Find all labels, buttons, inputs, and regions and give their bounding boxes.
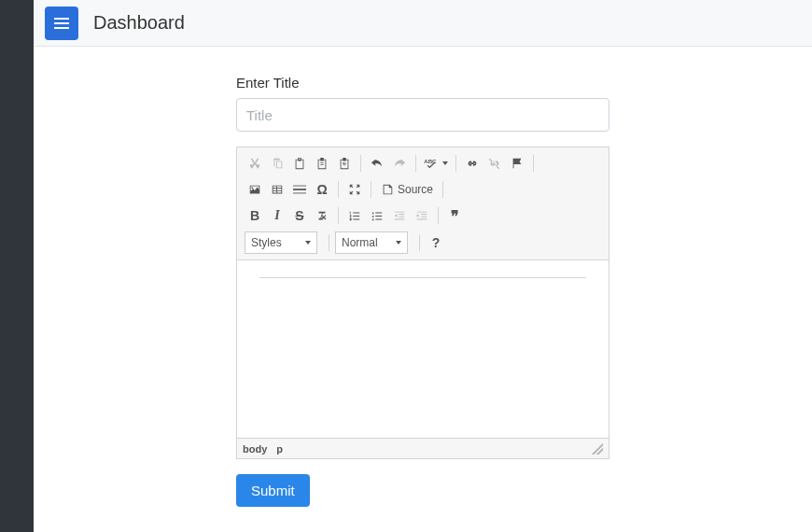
spellcheck-button[interactable]: ABC <box>422 153 450 174</box>
undo-button[interactable] <box>367 153 387 174</box>
quote-icon: ❞ <box>451 207 459 225</box>
toolbar-separator <box>338 181 339 198</box>
styles-dropdown[interactable]: Styles <box>245 231 317 254</box>
copy-button[interactable] <box>267 153 287 174</box>
toolbar-separator <box>415 155 416 172</box>
styles-label: Styles <box>251 236 282 249</box>
bullet-list-button[interactable] <box>367 205 387 226</box>
unlink-button[interactable] <box>484 153 505 174</box>
table-button[interactable] <box>267 179 287 200</box>
title-input[interactable] <box>236 98 609 132</box>
image-button[interactable] <box>245 179 265 200</box>
remove-format-icon <box>315 209 329 222</box>
title-label: Enter Title <box>236 75 609 91</box>
resize-grip[interactable] <box>592 443 603 455</box>
clipboard-icon <box>293 157 306 170</box>
page-title: Dashboard <box>93 12 185 34</box>
flag-icon <box>511 157 524 170</box>
chevron-down-icon <box>442 161 448 165</box>
path-p[interactable]: p <box>276 443 283 455</box>
chevron-down-icon <box>396 241 401 245</box>
image-icon <box>248 183 261 196</box>
editor-toolbar: ABC <box>237 147 609 260</box>
outdent-button[interactable] <box>389 205 410 226</box>
indent-button[interactable] <box>412 205 432 226</box>
bold-icon: B <box>250 208 259 223</box>
toolbar-separator <box>533 155 534 172</box>
question-icon: ? <box>432 235 441 250</box>
path-body[interactable]: body <box>243 443 267 455</box>
copy-icon <box>271 157 284 170</box>
source-label: Source <box>398 183 433 196</box>
toolbar-separator <box>419 234 420 251</box>
svg-text:ABC: ABC <box>424 158 437 164</box>
hamburger-icon <box>54 16 69 31</box>
anchor-button[interactable] <box>507 153 527 174</box>
bold-button[interactable]: B <box>245 205 265 226</box>
strike-icon: S <box>295 208 303 223</box>
numbered-list-button[interactable] <box>344 205 365 226</box>
toolbar-separator <box>360 155 361 172</box>
clipboard-word-icon <box>338 157 351 170</box>
redo-button[interactable] <box>389 153 410 174</box>
svg-rect-0 <box>54 18 69 20</box>
italic-button[interactable]: I <box>267 205 287 226</box>
about-button[interactable]: ? <box>426 232 446 253</box>
spellcheck-icon: ABC <box>424 157 441 170</box>
special-char-button[interactable]: Ω <box>312 179 332 200</box>
toolbar-separator <box>438 207 439 224</box>
strike-button[interactable]: S <box>289 205 310 226</box>
unlink-icon <box>488 157 501 170</box>
svg-rect-6 <box>293 193 306 194</box>
table-icon <box>271 183 284 196</box>
outdent-icon <box>393 209 406 222</box>
hr-button[interactable] <box>289 179 310 200</box>
menu-toggle-button[interactable] <box>45 7 78 40</box>
source-icon <box>381 183 394 196</box>
submit-button[interactable]: Submit <box>236 474 310 507</box>
editor-body[interactable] <box>237 260 609 438</box>
remove-format-button[interactable] <box>312 205 332 226</box>
scissors-icon <box>248 157 261 170</box>
clipboard-text-icon <box>315 157 329 170</box>
horizontal-rule-icon <box>293 183 306 196</box>
maximize-icon <box>348 183 361 196</box>
indent-icon <box>415 209 428 222</box>
redo-icon <box>393 157 406 170</box>
content-hr <box>259 277 586 278</box>
side-rail <box>0 0 34 532</box>
svg-rect-1 <box>54 22 69 24</box>
omega-icon: Ω <box>316 182 327 197</box>
format-label: Normal <box>342 236 378 249</box>
editor-path[interactable]: body p <box>243 443 283 455</box>
chevron-down-icon <box>305 241 311 245</box>
link-button[interactable] <box>462 153 483 174</box>
paste-button[interactable] <box>289 153 310 174</box>
svg-rect-2 <box>54 27 69 29</box>
toolbar-separator <box>329 234 329 251</box>
toolbar-separator <box>455 155 456 172</box>
bullet-list-icon <box>371 209 384 222</box>
toolbar-separator <box>338 207 339 224</box>
source-button[interactable]: Source <box>377 179 437 200</box>
toolbar-separator <box>371 181 371 198</box>
paste-text-button[interactable] <box>312 153 332 174</box>
numbered-list-icon <box>348 209 361 222</box>
blockquote-button[interactable]: ❞ <box>444 205 465 226</box>
svg-rect-5 <box>293 189 306 190</box>
paste-word-button[interactable] <box>334 153 355 174</box>
toolbar-separator <box>442 181 443 198</box>
topbar: Dashboard <box>34 0 812 47</box>
italic-icon: I <box>274 208 279 223</box>
rich-text-editor: ABC <box>236 147 609 459</box>
link-icon <box>466 157 479 170</box>
maximize-button[interactable] <box>344 179 365 200</box>
undo-icon <box>371 157 384 170</box>
svg-rect-4 <box>293 186 306 187</box>
editor-footer: body p <box>237 438 609 458</box>
cut-button[interactable] <box>245 153 265 174</box>
format-dropdown[interactable]: Normal <box>335 231 408 254</box>
